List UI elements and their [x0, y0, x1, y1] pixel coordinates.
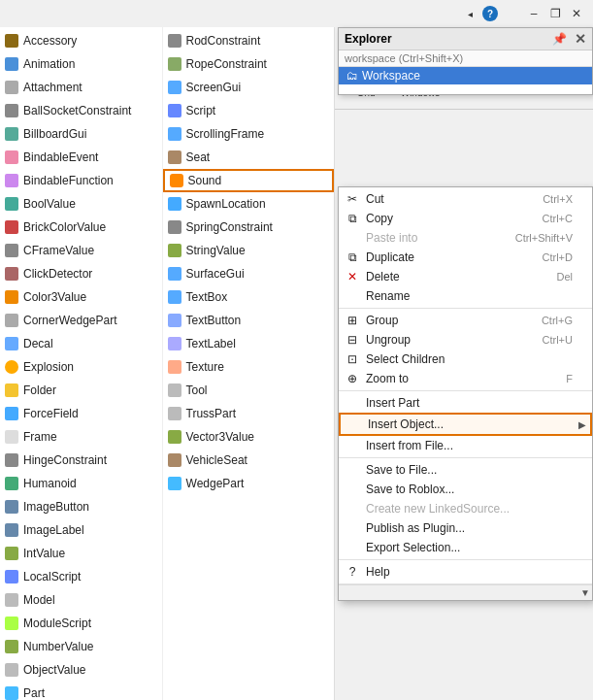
list-item-animation[interactable]: Animation — [0, 52, 162, 76]
list-item-script[interactable]: Script — [163, 99, 334, 122]
list-item-click[interactable]: ClickDetector — [0, 262, 162, 285]
maximize-button[interactable]: ❐ — [546, 5, 564, 22]
list-item-surface[interactable]: SurfaceGui — [163, 262, 334, 285]
menu-item-rename[interactable]: Rename — [339, 286, 592, 306]
list-item-ballsocket[interactable]: BallSocketConstraint — [0, 99, 162, 122]
menu-item-duplicate[interactable]: ⧉DuplicateCtrl+D — [339, 248, 592, 267]
explorer-pin-button[interactable]: 📌 — [552, 32, 567, 46]
list-item-module[interactable]: ModuleScript — [0, 612, 162, 635]
menu-item-select-children[interactable]: ⊡Select Children — [339, 350, 592, 369]
menu-item-ungroup[interactable]: ⊟UngroupCtrl+U — [339, 330, 592, 350]
list-item-folder[interactable]: Folder — [0, 379, 162, 402]
wedge-icon — [167, 476, 182, 491]
list-item-spring[interactable]: SpringConstraint — [163, 216, 334, 239]
list-item-vehicleseat[interactable]: VehicleSeat — [163, 449, 334, 472]
list-item-tool[interactable]: Tool — [163, 379, 334, 402]
list-item-textbutton[interactable]: TextButton — [163, 309, 334, 332]
list-item-label-imagebutton: ImageButton — [23, 500, 89, 514]
menu-item-label: Insert Object... — [368, 417, 444, 431]
list-item-attachment[interactable]: Attachment — [0, 76, 162, 99]
menu-section-3: Insert PartInsert Object...▶Insert from … — [339, 391, 592, 458]
list-item-textlabel[interactable]: TextLabel — [163, 332, 334, 355]
workspace-icon: 🗂 — [346, 69, 358, 83]
menu-item-label: Copy — [366, 212, 393, 225]
tool-icon — [167, 383, 182, 398]
menu-item-label: Group — [366, 314, 398, 327]
list-item-bindable-event[interactable]: BindableEvent — [0, 146, 162, 169]
click-icon — [4, 266, 19, 282]
list-item-imagebutton[interactable]: ImageButton — [0, 495, 162, 518]
list-item-forcefield[interactable]: ForceField — [0, 402, 162, 425]
help-button[interactable]: ? — [482, 6, 498, 21]
list-item-label-click: ClickDetector — [23, 267, 92, 281]
menu-item-label: Duplicate — [366, 250, 414, 264]
explorer-close-button[interactable]: ✕ — [575, 31, 586, 47]
list-item-label-model: Model — [23, 593, 55, 607]
workspace-item[interactable]: 🗂 Workspace — [339, 67, 592, 84]
list-item-decal[interactable]: Decal — [0, 332, 162, 355]
back-button[interactable]: ◂ — [461, 5, 478, 22]
list-item-explosion[interactable]: Explosion — [0, 355, 162, 379]
list-item-texture[interactable]: Texture — [163, 355, 334, 379]
list-item-sound[interactable]: Sound — [163, 169, 334, 192]
list-item-screengui[interactable]: ScreenGui — [163, 76, 334, 99]
list-item-imagelabel[interactable]: ImageLabel — [0, 518, 162, 542]
list-item-object[interactable]: ObjectValue — [0, 658, 162, 682]
list-item-wedge[interactable]: WedgePart — [163, 472, 334, 495]
module-icon — [4, 616, 19, 631]
list-item-bool[interactable]: BoolValue — [0, 192, 162, 216]
list-item-color3[interactable]: Color3Value — [0, 285, 162, 309]
list-item-hinge[interactable]: HingeConstraint — [0, 449, 162, 472]
menu-item-cut[interactable]: ✂CutCtrl+X — [339, 189, 592, 209]
list-item-rope[interactable]: RopeConstraint — [163, 52, 334, 76]
list-item-brickcolor[interactable]: BrickColorValue — [0, 216, 162, 239]
menu-item-save-to-roblox...[interactable]: Save to Roblox... — [339, 480, 592, 499]
menu-item-copy[interactable]: ⧉CopyCtrl+C — [339, 209, 592, 228]
object-list-col1: AccessoryAnimationAttachmentBallSocketCo… — [0, 27, 163, 700]
list-item-label-frame: Frame — [23, 430, 57, 444]
list-item-label-imagelabel: ImageLabel — [23, 523, 84, 537]
list-item-label-decal: Decal — [23, 337, 53, 350]
menu-shortcut: Ctrl+C — [543, 213, 573, 224]
list-item-label-folder: Folder — [23, 383, 56, 397]
menu-item-publish-as-plugin...[interactable]: Publish as Plugin... — [339, 518, 592, 538]
list-item-bindable-func[interactable]: BindableFunction — [0, 169, 162, 192]
menu-item-export-selection...[interactable]: Export Selection... — [339, 538, 592, 557]
close-button[interactable]: ✕ — [568, 5, 585, 22]
menu-item-insert-from-file...[interactable]: Insert from File... — [339, 436, 592, 455]
minimize-button[interactable]: – — [525, 5, 543, 22]
menu-item-label: Rename — [366, 289, 410, 303]
list-item-rod[interactable]: RodConstraint — [163, 29, 334, 52]
list-item-accessory[interactable]: Accessory — [0, 29, 162, 52]
list-item-label-corner: CornerWedgePart — [23, 314, 117, 327]
list-item-model[interactable]: Model — [0, 588, 162, 612]
menu-item-insert-part[interactable]: Insert Part — [339, 393, 592, 413]
menu-shortcut: Ctrl+X — [543, 193, 573, 205]
list-item-vector3[interactable]: Vector3Value — [163, 425, 334, 449]
list-item-cframe[interactable]: CFrameValue — [0, 239, 162, 262]
list-item-truss[interactable]: TrussPart — [163, 402, 334, 425]
list-item-label-truss: TrussPart — [186, 407, 237, 420]
list-item-corner[interactable]: CornerWedgePart — [0, 309, 162, 332]
menu-item-delete[interactable]: ✕DeleteDel — [339, 267, 592, 286]
list-item-humanoid[interactable]: Humanoid — [0, 472, 162, 495]
list-item-int[interactable]: IntValue — [0, 542, 162, 565]
list-item-label-explosion: Explosion — [23, 360, 74, 374]
list-item-scrolling[interactable]: ScrollingFrame — [163, 122, 334, 146]
list-item-string[interactable]: StringValue — [163, 239, 334, 262]
explosion-icon — [4, 359, 19, 375]
list-item-local[interactable]: LocalScript — [0, 565, 162, 588]
list-item-number[interactable]: NumberValue — [0, 635, 162, 658]
menu-item-insert-object...[interactable]: Insert Object...▶ — [339, 413, 592, 436]
list-item-spawn[interactable]: SpawnLocation — [163, 192, 334, 216]
list-item-billboard[interactable]: BillboardGui — [0, 122, 162, 146]
list-item-textbox[interactable]: TextBox — [163, 285, 334, 309]
list-item-seat[interactable]: Seat — [163, 146, 334, 169]
menu-item-help[interactable]: ?Help — [339, 562, 592, 582]
list-item-frame[interactable]: Frame — [0, 425, 162, 449]
menu-item-save-to-file...[interactable]: Save to File... — [339, 460, 592, 480]
scrollbar-down[interactable]: ▼ — [580, 587, 590, 598]
list-item-part[interactable]: Part — [0, 682, 162, 700]
menu-item-zoom-to[interactable]: ⊕Zoom toF — [339, 369, 592, 388]
menu-item-group[interactable]: ⊞GroupCtrl+G — [339, 311, 592, 330]
